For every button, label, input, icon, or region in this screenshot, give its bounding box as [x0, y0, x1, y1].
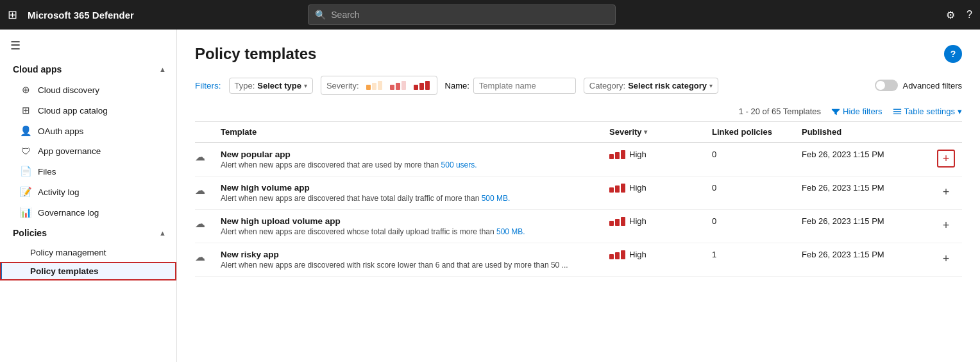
sidebar-item-label: Policy templates: [30, 266, 99, 276]
col-template: Template: [221, 127, 609, 137]
sidebar-policies-label: Policies: [13, 228, 47, 238]
help-icon[interactable]: ?: [967, 9, 972, 21]
row-severity: High: [609, 150, 712, 159]
chevron-up-icon: ▲: [159, 229, 166, 237]
sidebar-section-policies[interactable]: Policies ▲: [0, 223, 176, 243]
row-severity: High: [609, 183, 712, 193]
col-published: Published: [802, 127, 930, 137]
page-title: Policy templates: [195, 45, 316, 63]
sidebar-item-policy-templates[interactable]: Policy templates: [0, 262, 176, 280]
sidebar-item-label: App governance: [38, 146, 101, 156]
table-settings-icon: [893, 107, 902, 116]
row-desc: Alert when new apps are discovered that …: [221, 160, 609, 169]
svg-rect-2: [893, 113, 900, 114]
severity-high[interactable]: [412, 79, 432, 92]
name-filter-input[interactable]: [473, 78, 576, 94]
chevron-down-icon: ▾: [958, 107, 962, 116]
col-actions: [930, 127, 962, 137]
advanced-filters-toggle[interactable]: Advanced filters: [875, 80, 963, 91]
sidebar-item-governance-log[interactable]: 📊 Governance log: [0, 202, 176, 223]
desc-link[interactable]: 500 MB.: [496, 227, 525, 236]
desc-link[interactable]: 500 MB.: [482, 194, 511, 203]
severity-low[interactable]: [364, 79, 384, 92]
sidebar-item-label: Activity log: [38, 187, 80, 197]
table-count: 1 - 20 of 65 Templates: [739, 107, 821, 116]
cloud-discovery-icon: ⊕: [20, 84, 31, 96]
row-name: New high upload volume app: [221, 216, 609, 226]
category-filter[interactable]: Category: Select risk category ▾: [584, 78, 718, 94]
gear-icon[interactable]: ⚙: [946, 9, 955, 21]
row-name: New popular app: [221, 150, 609, 159]
search-input[interactable]: [331, 10, 609, 20]
col-spacer: [195, 127, 221, 137]
row-linked: 0: [712, 150, 802, 159]
row-icon: ☁: [195, 150, 221, 163]
content-area: Policy templates ? Filters: Type: Select…: [177, 30, 980, 362]
add-template-button[interactable]: +: [937, 150, 955, 168]
severity-medium[interactable]: [388, 79, 408, 92]
hamburger-button[interactable]: ☰: [0, 32, 176, 59]
governance-log-icon: 📊: [20, 207, 31, 218]
sidebar-item-policy-management[interactable]: Policy management: [0, 243, 176, 262]
sidebar-section-label: Cloud apps: [13, 64, 62, 74]
hide-filters-button[interactable]: Hide filters: [831, 107, 882, 116]
sidebar-item-label: Governance log: [38, 208, 99, 218]
sidebar-item-cloud-app-catalog[interactable]: ⊞ Cloud app catalog: [0, 100, 176, 121]
severity-icons: [364, 79, 432, 92]
help-button[interactable]: ?: [944, 45, 962, 63]
column-headers: Template Severity ▾ Linked policies Publ…: [195, 122, 962, 143]
col-linked: Linked policies: [712, 127, 802, 137]
severity-label: High: [629, 183, 646, 193]
row-name: New risky app: [221, 250, 609, 259]
type-filter-value: Select type: [257, 81, 301, 90]
category-filter-value: Select risk category: [628, 81, 707, 90]
row-linked: 0: [712, 183, 802, 193]
sidebar-item-oauth-apps[interactable]: 👤 OAuth apps: [0, 121, 176, 141]
row-icon: ☁: [195, 250, 221, 263]
activity-log-icon: 📝: [20, 186, 31, 198]
topbar-icons: ⚙ ?: [946, 9, 972, 21]
row-linked: 0: [712, 216, 802, 226]
table-meta-row: 1 - 20 of 65 Templates Hide filters Tabl…: [195, 101, 962, 122]
col-severity[interactable]: Severity ▾: [609, 127, 712, 137]
table-body: ☁ New popular app Alert when new apps ar…: [195, 143, 962, 277]
sidebar-section-cloud-apps[interactable]: Cloud apps ▲: [0, 59, 176, 80]
sidebar-item-label: OAuth apps: [38, 126, 83, 136]
chevron-up-icon: ▲: [159, 65, 166, 73]
sort-arrow-icon: ▾: [644, 128, 647, 135]
sidebar-item-label: Files: [38, 167, 56, 177]
table-settings-button[interactable]: Table settings ▾: [893, 107, 963, 116]
sidebar-item-app-governance[interactable]: 🛡 App governance: [0, 141, 176, 161]
chevron-down-icon: ▾: [709, 82, 713, 89]
toggle-switch[interactable]: [875, 80, 898, 91]
main-layout: ☰ Cloud apps ▲ ⊕ Cloud discovery ⊞ Cloud…: [0, 30, 980, 362]
row-add: +: [930, 250, 962, 268]
chevron-down-icon: ▾: [304, 82, 307, 89]
search-bar[interactable]: 🔍: [308, 4, 616, 25]
sidebar-item-cloud-discovery[interactable]: ⊕ Cloud discovery: [0, 80, 176, 100]
add-template-button[interactable]: +: [937, 250, 955, 268]
sidebar-item-files[interactable]: 📄 Files: [0, 161, 176, 182]
sidebar-item-activity-log[interactable]: 📝 Activity log: [0, 182, 176, 202]
row-name-cell: New high upload volume app Alert when ne…: [221, 216, 609, 236]
row-published: Feb 26, 2023 1:15 PM: [802, 150, 930, 159]
row-name-cell: New risky app Alert when new apps are di…: [221, 250, 609, 270]
add-template-button[interactable]: +: [937, 183, 955, 201]
severity-filter[interactable]: Severity:: [321, 76, 437, 95]
type-filter[interactable]: Type: Select type ▾: [229, 78, 313, 94]
row-icon: ☁: [195, 216, 221, 230]
waffle-icon[interactable]: ⊞: [8, 8, 17, 22]
row-desc: Alert when new apps are discovered that …: [221, 194, 609, 203]
add-template-button[interactable]: +: [937, 216, 955, 234]
advanced-filters-label: Advanced filters: [903, 81, 963, 90]
type-filter-label: Type:: [235, 81, 255, 90]
sidebar-item-label: Cloud app catalog: [38, 106, 108, 116]
row-published: Feb 26, 2023 1:15 PM: [802, 183, 930, 193]
desc-link[interactable]: 500 users.: [441, 160, 477, 169]
name-filter-label: Name:: [445, 81, 469, 90]
search-icon: 🔍: [315, 10, 326, 20]
row-icon: ☁: [195, 183, 221, 196]
row-name-cell: New popular app Alert when new apps are …: [221, 150, 609, 169]
row-desc: Alert when new apps are discovered whose…: [221, 227, 609, 236]
files-icon: 📄: [20, 166, 31, 177]
